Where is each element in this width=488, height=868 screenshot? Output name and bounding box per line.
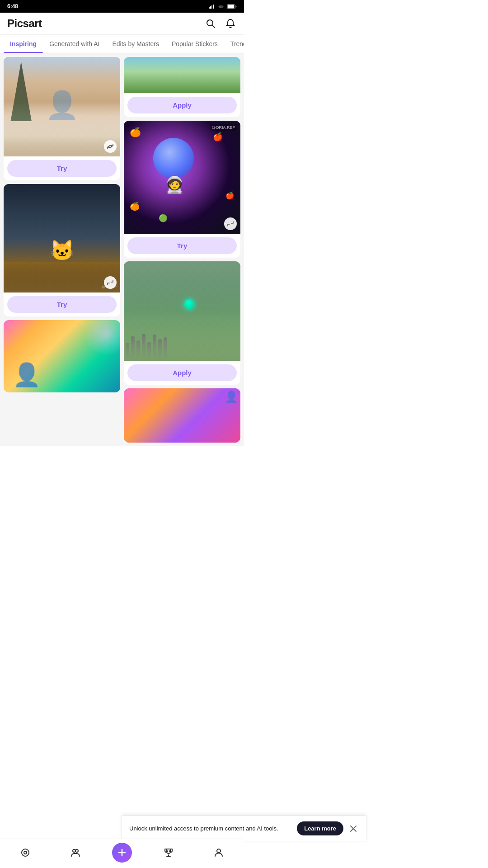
status-time: 6:48 (7, 3, 18, 9)
refresh-icon-cat (107, 279, 113, 286)
try-button-space[interactable]: Try (127, 237, 237, 254)
bell-icon (225, 19, 235, 28)
apply-button-meadow[interactable]: Apply (127, 364, 237, 381)
svg-rect-1 (210, 6, 211, 9)
status-bar: 6:48 (0, 0, 244, 13)
card-woman: Try (4, 57, 120, 180)
space-watermark: @ORIA.REF (210, 124, 237, 131)
app-logo: Picsart (7, 17, 42, 30)
left-column: Try 🐱 @oriajref Tr (4, 57, 120, 443)
image-space[interactable]: 🍊 🍎 🍎 🍊 🟢 🧑‍🚀 @ORIA.REF (124, 121, 240, 234)
tab-inspiring[interactable]: Inspiring (4, 35, 43, 53)
card-pink-bottom: 👤 (124, 388, 240, 443)
refresh-icon-space (227, 221, 234, 227)
status-icons (209, 4, 237, 9)
svg-rect-0 (209, 7, 210, 9)
svg-rect-3 (213, 5, 214, 9)
tab-trending[interactable]: Trending (224, 35, 244, 53)
card-meadow: Apply (124, 261, 240, 385)
refresh-overlay-cat[interactable] (104, 276, 117, 289)
try-button-woman[interactable]: Try (7, 160, 117, 177)
card-cat: 🐱 @oriajref Try (4, 184, 120, 316)
image-meadow[interactable] (124, 261, 240, 361)
card-space: 🍊 🍎 🍎 🍊 🟢 🧑‍🚀 @ORIA.REF Try (124, 121, 240, 258)
tab-popular-stickers[interactable]: Popular Stickers (165, 35, 224, 53)
card-abstract: 👤 (4, 320, 120, 392)
image-cat[interactable]: 🐱 @oriajref (4, 184, 120, 292)
image-field-top[interactable] (124, 57, 240, 93)
try-button-cat[interactable]: Try (7, 296, 117, 313)
wifi-icon (218, 4, 224, 9)
search-button[interactable] (204, 17, 217, 30)
notification-button[interactable] (224, 17, 237, 30)
right-column: Apply 🍊 🍎 🍎 🍊 🟢 🧑‍🚀 @ORIA.REF (124, 57, 240, 443)
header-icons (204, 17, 237, 30)
apply-button-field[interactable]: Apply (127, 97, 237, 113)
content-grid: Try 🐱 @oriajref Tr (0, 53, 244, 446)
card-field-top: Apply (124, 57, 240, 117)
refresh-overlay-woman[interactable] (104, 140, 117, 153)
battery-icon (227, 4, 237, 9)
app-header: Picsart (0, 13, 244, 35)
tab-edits-masters[interactable]: Edits by Masters (106, 35, 165, 53)
signal-icon (209, 4, 215, 9)
tab-navigation: Inspiring Generated with AI Edits by Mas… (0, 35, 244, 53)
tab-generated-ai[interactable]: Generated with AI (43, 35, 106, 53)
svg-rect-2 (211, 5, 212, 9)
refresh-icon (107, 143, 113, 150)
refresh-overlay-space[interactable] (224, 217, 237, 230)
image-abstract[interactable]: 👤 (4, 320, 120, 392)
svg-rect-5 (228, 5, 235, 8)
search-icon (206, 19, 216, 28)
image-woman[interactable] (4, 57, 120, 156)
image-pink-bottom[interactable]: 👤 (124, 388, 240, 443)
green-ball (184, 299, 194, 309)
